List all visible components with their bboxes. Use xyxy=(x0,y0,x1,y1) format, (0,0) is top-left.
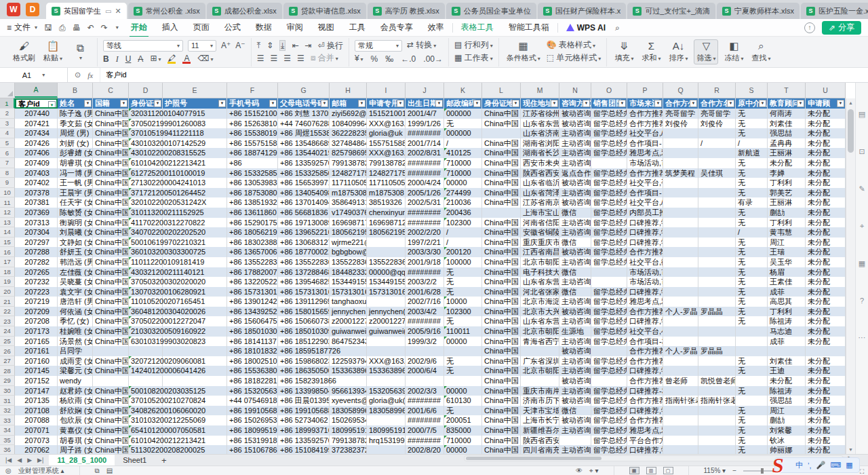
cell[interactable]: 未分配 xyxy=(768,158,806,168)
copy-button[interactable]: ⧉ ▾ xyxy=(68,42,92,62)
convert-button[interactable]: ⇄ 转换▾ xyxy=(407,40,436,51)
cell[interactable] xyxy=(736,376,768,386)
cell[interactable]: 710000 xyxy=(444,158,482,168)
column-header-H[interactable]: H xyxy=(330,83,367,98)
cell[interactable]: 430103200107142529 xyxy=(129,138,163,149)
find-button[interactable]: ⌕查找▾ xyxy=(749,40,772,64)
undo-icon[interactable]: ↶ xyxy=(87,23,94,33)
cell[interactable]: 未分配 xyxy=(806,128,846,138)
cell[interactable]: +86 1391129694 xyxy=(278,297,330,307)
cell[interactable]: +86 1877000215 xyxy=(278,247,330,257)
cell[interactable]: 108409964 xyxy=(330,119,367,129)
cell[interactable]: 留学总经办 xyxy=(591,119,627,129)
cell[interactable]: 留学总经办 xyxy=(591,297,627,307)
cell[interactable] xyxy=(806,346,846,356)
table-header-cell[interactable]: 父母电话号码▼ xyxy=(278,98,330,109)
cell[interactable]: 返点合作方 xyxy=(559,168,591,178)
name-box[interactable]: A1 ▾ xyxy=(0,68,68,82)
cell[interactable]: +86 18501030 xyxy=(227,326,278,337)
cell[interactable] xyxy=(406,346,444,356)
scroll-up-arrow[interactable]: ▲ xyxy=(846,98,855,107)
menu-item-视图[interactable]: 视图 xyxy=(318,22,334,33)
filter-button[interactable]: ▼ xyxy=(48,101,56,109)
cell[interactable]: 曾老师 xyxy=(663,376,698,386)
formula-input[interactable]: 客户id xyxy=(100,68,127,82)
cell[interactable]: bgbgbow@ xyxy=(330,247,367,257)
cell[interactable]: 360103200303300725 xyxy=(129,247,163,257)
cell[interactable]: 未分配 xyxy=(806,257,846,267)
cell[interactable]: 合作方推荐 xyxy=(627,119,663,129)
comma-style-icon[interactable]: ‰ xyxy=(385,54,393,64)
cell[interactable]: 主动咨询 xyxy=(559,158,591,168)
cell[interactable]: 100000 xyxy=(444,257,482,267)
cell[interactable]: 340826200106060020 xyxy=(129,406,163,416)
column-header-O[interactable]: O xyxy=(591,83,627,98)
cell[interactable]: 00000 xyxy=(444,445,482,454)
cell[interactable]: +86 1506607386 xyxy=(278,316,330,326)
cell[interactable]: 未分配 xyxy=(806,396,846,406)
decrease-indent-icon[interactable]: ⇤ xyxy=(292,41,298,50)
cell[interactable]: 口碑推荐,学 xyxy=(627,287,663,297)
cell[interactable]: +86 18874129 xyxy=(227,148,278,158)
table-header-cell[interactable]: 姓名▼ xyxy=(58,98,93,109)
cell[interactable]: 2001/6/6 xyxy=(406,406,444,416)
cell[interactable]: 汤景然 (女 xyxy=(58,337,93,347)
row-number[interactable]: 14 xyxy=(0,227,15,238)
cell[interactable]: 无 xyxy=(736,436,768,446)
row-number[interactable]: 25 xyxy=(0,337,15,347)
cell[interactable]: / xyxy=(444,227,482,238)
cell[interactable]: China中国 xyxy=(93,227,129,238)
cell[interactable]: China中国 xyxy=(93,425,129,436)
filter-button[interactable]: ▼ xyxy=(473,100,481,107)
table-header-cell[interactable]: 教育顾问▼ xyxy=(768,98,806,109)
cell[interactable]: +86 13220522 xyxy=(227,277,278,287)
cell[interactable]: 207160 xyxy=(15,356,58,366)
filter-button[interactable]: ▼ xyxy=(837,100,844,107)
cell[interactable]: +86 1340540988 xyxy=(278,188,330,198)
cell[interactable]: China中国 xyxy=(482,158,521,168)
column-header-M[interactable]: M xyxy=(521,83,559,98)
cell[interactable]: 留学总经办 xyxy=(591,386,627,396)
cell[interactable]: China中国 xyxy=(93,257,129,267)
cell[interactable]: 被动咨询 xyxy=(559,247,591,257)
cell[interactable]: 社交平台,手 xyxy=(627,178,663,188)
cell[interactable]: 102300 xyxy=(444,307,482,317)
cell[interactable]: 150269534 xyxy=(330,415,367,425)
cell[interactable]: / xyxy=(444,138,482,149)
cell[interactable] xyxy=(663,178,698,188)
cell[interactable] xyxy=(698,406,736,416)
cell[interactable]: 未分配 xyxy=(806,297,846,307)
cell[interactable]: 上海市长宁 xyxy=(521,415,559,425)
currency-icon[interactable]: ¥▾ xyxy=(355,54,363,64)
underline-button[interactable]: U xyxy=(125,54,132,64)
cell[interactable]: 微信 xyxy=(559,208,591,218)
cell[interactable]: 蒯劼 xyxy=(768,208,806,218)
column-header-C[interactable]: C xyxy=(93,83,129,98)
cell[interactable] xyxy=(698,425,736,436)
cell[interactable]: 丁利利 xyxy=(768,218,806,228)
cell[interactable]: 任天宇 (女 xyxy=(58,197,93,208)
cell[interactable] xyxy=(736,396,768,406)
cell[interactable]: wendy xyxy=(58,376,93,386)
cell[interactable]: 207434 xyxy=(15,128,58,138)
fullscreen-icon[interactable]: ⛶ xyxy=(860,468,864,475)
cell[interactable]: 无 xyxy=(444,277,482,287)
cell[interactable] xyxy=(482,128,521,138)
paste-button[interactable]: 📋 粘贴▾ xyxy=(41,40,64,64)
cell[interactable]: China中国 xyxy=(482,227,521,238)
cell[interactable]: gloria@uk xyxy=(367,128,406,138)
cell[interactable]: China中国 xyxy=(482,267,521,278)
cell[interactable]: 合作方推荐 xyxy=(627,307,663,317)
cell[interactable]: 207173 xyxy=(15,326,58,337)
column-header-R[interactable]: R xyxy=(698,83,736,98)
wrap-text-button[interactable]: ⏎ 换行 xyxy=(318,41,343,50)
cell[interactable]: ######## xyxy=(406,158,444,168)
cell[interactable]: 未分配 xyxy=(806,119,846,129)
cell[interactable] xyxy=(367,297,406,307)
column-header-T[interactable]: T xyxy=(768,83,806,98)
cell[interactable]: +86 1899937166 xyxy=(278,425,330,436)
row-number[interactable]: 2 xyxy=(0,109,15,119)
cell[interactable]: tanghaoxu xyxy=(330,297,367,307)
cell[interactable]: / xyxy=(444,238,482,248)
cell[interactable]: 留学总经办 xyxy=(591,425,627,436)
